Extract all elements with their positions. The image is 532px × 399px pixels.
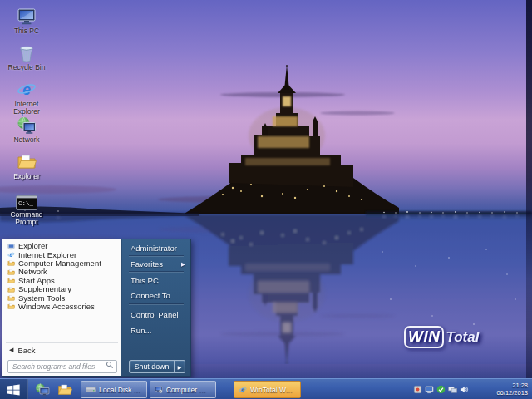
tray-network-icon[interactable] [448, 385, 457, 394]
start-button[interactable] [0, 379, 28, 399]
menu-item-connect-to[interactable]: Connect To [131, 291, 185, 300]
back-arrow-icon: ◀ [9, 347, 13, 353]
desktop-screen: e C:\_ [0, 0, 532, 399]
taskbar: Local Disk (C:) Computer Manag... WinTot… [0, 378, 532, 399]
folder-icon [7, 303, 15, 310]
menu-item-label: Connect To [131, 291, 170, 300]
taskbar-button-label: Computer Manag... [166, 386, 211, 394]
internet-explorer-icon [239, 384, 247, 396]
wintotal-logo-box: WIN [404, 326, 444, 348]
desktop-icon-label: This PC [5, 27, 48, 35]
shutdown-options-arrow[interactable]: ▶ [175, 364, 185, 370]
explorer-monitor-icon [7, 243, 15, 250]
folder-icon [7, 286, 15, 293]
desktop-icon-explorer[interactable]: Explorer [5, 150, 48, 180]
desktop-icon-label: Explorer [5, 173, 48, 180]
desktop-icon-command-prompt[interactable]: Command Prompt [5, 189, 48, 226]
folder-icon [7, 277, 15, 284]
menu-item-label: This PC [131, 276, 159, 285]
network-icon [5, 114, 48, 135]
desktop-icon-label: Network [5, 136, 48, 144]
taskbar-button-computer-management[interactable]: Computer Manag... [150, 381, 216, 398]
menu-item-label: Explorer [18, 242, 47, 250]
taskbar-button-label: Local Disk (C:) [99, 386, 142, 394]
pinned-network-button[interactable] [32, 381, 52, 398]
search-box [7, 357, 117, 371]
tray-status-check-icon[interactable] [436, 385, 446, 394]
shutdown-label: Shut down [130, 362, 174, 371]
back-button[interactable]: ◀ Back [2, 345, 121, 355]
folder-icon [57, 382, 72, 397]
folder-icon [7, 259, 15, 267]
menu-item-windows-accessories[interactable]: Windows Accessories [2, 303, 121, 311]
menu-item-label: Favorites [131, 259, 163, 268]
recycle-bin-icon [5, 42, 48, 63]
desktop-icon-this-pc[interactable]: This PC [5, 5, 48, 35]
menu-item-control-panel[interactable]: Control Panel [131, 310, 185, 319]
tray-app-icon[interactable] [413, 385, 422, 394]
desktop-icon-internet-explorer[interactable]: Internet Explorer [5, 78, 48, 116]
taskbar-clock[interactable]: 21:28 06/12/2013 [473, 379, 530, 399]
menu-item-label: Windows Accessories [18, 303, 95, 311]
submenu-arrow-icon: ▶ [181, 259, 185, 268]
desktop-icon-label: Command Prompt [5, 211, 48, 226]
clock-date: 06/12/2013 [496, 390, 528, 397]
menu-item-label: Administrator [131, 244, 177, 253]
search-input[interactable] [7, 360, 117, 373]
pinned-explorer-button[interactable] [55, 381, 75, 398]
tray-volume-icon[interactable] [460, 385, 469, 394]
explorer-folder-icon [5, 150, 48, 172]
menu-item-label: Run... [131, 326, 151, 335]
desktop-icon-recycle-bin[interactable]: Recycle Bin [5, 42, 48, 71]
menu-item-run[interactable]: Run... [131, 326, 185, 335]
desktop-icon-network[interactable]: Network [5, 114, 48, 144]
menu-item-this-pc[interactable]: This PC [131, 276, 185, 285]
search-icon [106, 361, 114, 369]
watermark-win-text: WIN [408, 328, 440, 345]
menu-item-label: Network [18, 268, 47, 276]
desktop-icon-label: Recycle Bin [5, 64, 48, 71]
network-icon [35, 382, 50, 397]
internet-explorer-icon [7, 251, 15, 259]
taskbar-button-wintotal-webpage[interactable]: WinTotal Web Pag... [234, 381, 301, 398]
this-pc-icon [5, 5, 48, 27]
menu-item-supplementary[interactable]: Supplementary [2, 285, 121, 293]
taskbar-button-local-disk[interactable]: Local Disk (C:) [81, 381, 147, 398]
menu-item-label: Control Panel [131, 310, 179, 319]
shutdown-button[interactable]: Shut down ▶ [129, 360, 185, 373]
menu-separator [129, 255, 184, 257]
hard-disk-icon [86, 384, 96, 395]
menu-separator [129, 303, 184, 305]
wintotal-watermark: WIN Total [404, 326, 479, 348]
menu-item-label: Supplementary [18, 285, 71, 293]
computer-management-icon [155, 384, 163, 395]
start-menu-right-panel: Administrator Favorites ▶ This PC Connec… [122, 239, 190, 376]
wallpaper-dark-edge [526, 0, 532, 399]
command-prompt-icon [5, 189, 48, 210]
folder-icon [7, 294, 15, 302]
system-tray [413, 379, 469, 399]
tray-display-icon[interactable] [425, 385, 434, 394]
menu-item-administrator[interactable]: Administrator [131, 244, 185, 253]
start-menu: Explorer Internet Explorer Computer Mana… [2, 239, 191, 377]
menu-separator [129, 271, 184, 273]
folder-icon [7, 268, 15, 276]
menu-item-favorites[interactable]: Favorites ▶ [131, 259, 185, 268]
menu-item-explorer[interactable]: Explorer [2, 242, 121, 250]
menu-separator [6, 342, 118, 343]
menu-item-network[interactable]: Network [2, 268, 121, 276]
windows-flag-icon [7, 384, 20, 396]
internet-explorer-icon [5, 78, 48, 100]
start-menu-left-panel: Explorer Internet Explorer Computer Mana… [2, 239, 122, 376]
watermark-total-text: Total [446, 329, 479, 346]
taskbar-button-label: WinTotal Web Pag... [250, 386, 296, 394]
back-label: Back [17, 346, 35, 355]
